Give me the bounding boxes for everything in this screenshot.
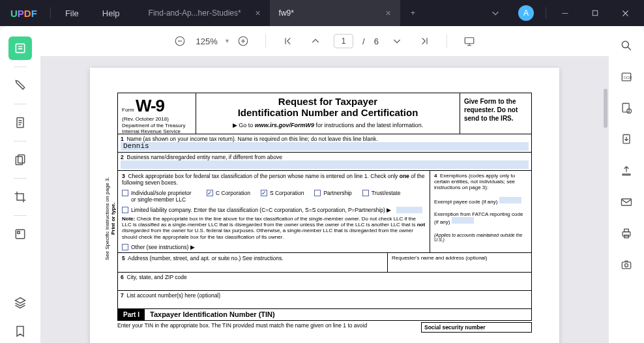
svg-rect-21 xyxy=(622,262,630,269)
line-3: 3 Check appropriate box for federal tax … xyxy=(118,171,430,252)
upload-button[interactable] xyxy=(617,162,636,180)
divider xyxy=(14,215,27,216)
svg-rect-19 xyxy=(624,229,629,231)
divider xyxy=(14,141,27,142)
svg-rect-10 xyxy=(465,38,474,44)
svg-text:OCR: OCR xyxy=(623,76,632,80)
checkbox-individual[interactable] xyxy=(122,190,128,196)
divider xyxy=(446,34,447,48)
divider xyxy=(14,104,27,104)
city-field[interactable] xyxy=(121,280,529,289)
divider xyxy=(14,67,27,67)
divider xyxy=(265,34,266,48)
name-field[interactable]: Dennis xyxy=(121,142,529,151)
tab-document-1[interactable]: Find-and-Ap...her-Studies* × xyxy=(139,0,270,26)
checkbox-partnership[interactable] xyxy=(314,190,321,196)
requester-address: Requester's name and address (optional) xyxy=(388,253,531,272)
form-tool-button[interactable] xyxy=(8,222,32,246)
llc-class-field[interactable] xyxy=(396,207,422,213)
crop-tool-button[interactable] xyxy=(8,185,32,209)
maximize-button[interactable] xyxy=(581,0,609,26)
page-tools-button[interactable] xyxy=(8,148,32,172)
avatar[interactable]: A xyxy=(518,5,534,21)
export-button[interactable] xyxy=(617,130,636,149)
new-tab-button[interactable]: + xyxy=(400,0,426,26)
bookmark-button[interactable] xyxy=(8,320,32,343)
page-total: 6 xyxy=(374,37,379,46)
account-field[interactable] xyxy=(121,299,529,307)
fatca-field[interactable] xyxy=(452,217,474,224)
left-toolbar xyxy=(0,26,40,343)
tab-label: Find-and-Ap...her-Studies* xyxy=(149,8,241,18)
line-2: 2 Business name/disregarded entity name,… xyxy=(117,153,532,171)
dropdown-button[interactable] xyxy=(482,0,509,26)
menu-help[interactable]: Help xyxy=(91,8,132,18)
menu-file[interactable]: File xyxy=(53,8,91,18)
first-page-button[interactable] xyxy=(279,32,297,50)
close-window-button[interactable] xyxy=(611,0,639,26)
checkbox-llc[interactable] xyxy=(122,207,128,213)
form-header-left: Form W-9 (Rev. October 2018) Department … xyxy=(118,93,196,134)
view-toolbar: 125% ▼ 1 / 6 xyxy=(40,26,609,56)
svg-point-22 xyxy=(625,263,628,267)
svg-rect-0 xyxy=(563,13,568,14)
camera-button[interactable] xyxy=(617,256,636,274)
form-title: Request for Taxpayer Identification Numb… xyxy=(196,93,460,134)
layers-button[interactable] xyxy=(8,291,32,314)
next-page-button[interactable] xyxy=(388,32,406,50)
business-name-field[interactable] xyxy=(121,160,529,169)
tab-label: fw9* xyxy=(279,8,294,18)
checkbox-scorp[interactable] xyxy=(261,190,267,196)
svg-point-11 xyxy=(622,41,628,48)
search-button[interactable] xyxy=(617,37,636,55)
page-input[interactable]: 1 xyxy=(334,34,353,48)
zoom-out-button[interactable] xyxy=(171,32,189,50)
tab-bar: Find-and-Ap...her-Studies* × fw9* × + xyxy=(139,0,426,26)
line-6: 6 City, state, and ZIP code xyxy=(117,273,532,291)
line-7: 7 List account number(s) here (optional) xyxy=(117,291,532,309)
presentation-button[interactable] xyxy=(460,32,478,50)
svg-rect-7 xyxy=(18,231,20,233)
zoom-in-button[interactable] xyxy=(234,32,252,50)
line-4: 4 Exemptions (codes apply only to certai… xyxy=(430,171,531,252)
close-icon[interactable]: × xyxy=(385,8,390,18)
ssn-box: Social security number xyxy=(421,322,532,333)
form-header-right: Give Form to the requester. Do not send … xyxy=(460,93,531,134)
separator xyxy=(50,7,51,19)
line-1: 1 Name (as shown on your income tax retu… xyxy=(117,134,532,153)
svg-rect-14 xyxy=(622,104,629,112)
prev-page-button[interactable] xyxy=(306,32,325,50)
tab-document-2[interactable]: fw9* × xyxy=(270,0,400,26)
edit-pdf-button[interactable] xyxy=(8,111,32,134)
part-1-header: Part I Taxpayer Identification Number (T… xyxy=(117,309,532,321)
zoom-dropdown[interactable]: ▼ xyxy=(224,38,230,44)
address-field[interactable] xyxy=(122,261,383,270)
comment-tool-button[interactable] xyxy=(8,74,32,97)
print-button[interactable] xyxy=(617,224,636,243)
pdf-page: Print or type. See Specific Instructions… xyxy=(90,68,559,343)
checkbox-other[interactable] xyxy=(122,244,128,250)
minimize-button[interactable] xyxy=(551,0,579,26)
close-icon[interactable]: × xyxy=(255,8,260,18)
page-separator: / xyxy=(362,37,365,46)
separator xyxy=(546,7,546,19)
email-button[interactable] xyxy=(617,193,636,211)
side-instruction: Print or type. See Specific Instructions… xyxy=(104,137,116,300)
right-toolbar: OCR xyxy=(609,26,644,343)
ocr-button[interactable]: OCR xyxy=(617,68,636,86)
exempt-payee-field[interactable] xyxy=(499,197,521,203)
checkbox-ccorp[interactable] xyxy=(207,190,213,196)
app-logo: UPDF xyxy=(0,8,48,19)
document-viewport[interactable]: Print or type. See Specific Instructions… xyxy=(40,56,609,343)
svg-rect-1 xyxy=(593,10,598,16)
share-button[interactable] xyxy=(617,99,636,117)
line-5: 5 Address (number, street, and apt. or s… xyxy=(118,253,388,272)
last-page-button[interactable] xyxy=(415,32,433,50)
checkbox-trust[interactable] xyxy=(362,190,369,196)
zoom-value: 125% xyxy=(193,37,220,46)
svg-rect-17 xyxy=(622,199,632,205)
scrollbar[interactable] xyxy=(604,89,607,128)
tin-instructions: Enter your TIN in the appropriate box. T… xyxy=(117,322,421,333)
plus-icon: + xyxy=(411,8,415,18)
reader-mode-button[interactable] xyxy=(8,37,32,60)
